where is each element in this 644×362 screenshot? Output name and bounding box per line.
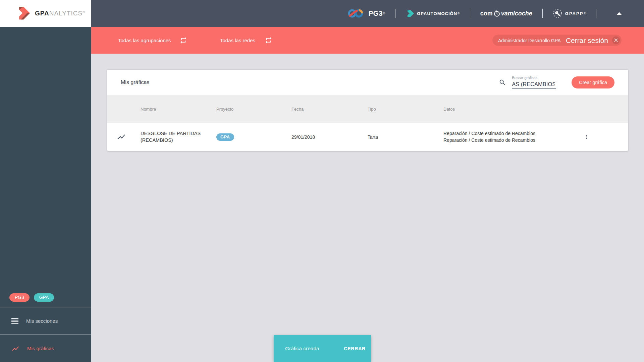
line-chart-icon (11, 345, 19, 353)
page-title: Mis gráficas (121, 79, 149, 85)
sidebar-badges: PG3 GPA (0, 288, 91, 307)
pg3-infinity-icon (348, 8, 365, 18)
pg3-reg: ® (383, 12, 385, 15)
topbar-divider (596, 9, 596, 18)
x-icon (614, 39, 618, 42)
header: GPANALYTICS® PG3® GPAUTOMOCIÓN® com (0, 0, 644, 27)
swap-redes-icon[interactable] (265, 37, 272, 44)
gpanalytics-arrow-icon (15, 6, 31, 20)
row-date: 29/01/2018 (291, 134, 368, 140)
collapse-caret-icon[interactable] (616, 12, 622, 15)
search-field: Buscar gráficas (512, 76, 556, 89)
gpautomocion-reg: ® (458, 12, 460, 15)
gpautomocion-label: GPAUTOMOCIÓN (417, 11, 457, 16)
pg3-logo[interactable]: PG3® (348, 8, 385, 18)
gpapp-reg: ® (584, 12, 586, 15)
user-session-pill: Administrador Desarrollo GPA Cerrar sesi… (492, 35, 622, 46)
card-header: Mis gráficas Buscar gráficas Crear gráfi… (107, 70, 628, 95)
logout-button[interactable]: Cerrar sesión (566, 36, 608, 44)
sidebar-item-mis-secciones[interactable]: Mis secciones (0, 307, 91, 335)
logout-icon[interactable] (612, 37, 620, 44)
topbar-divider (470, 9, 470, 18)
sidebar-bottom: PG3 GPA Mis secciones Mis gráficas (0, 288, 91, 362)
filter-bar: Todas las agrupaciones Todas las redes A… (91, 27, 644, 54)
row-project-badge: GPA (216, 133, 234, 141)
row-data-line: Reparación / Coste estimado de Recambios (443, 137, 573, 144)
gpautomocion-arrow-icon (406, 9, 414, 17)
table-header: Nombre Proyecto Fecha Tipo Datos (107, 95, 628, 123)
row-menu-button[interactable] (584, 134, 590, 140)
gpapp-label: GPAPP (565, 11, 584, 16)
sections-menu-icon (11, 318, 18, 324)
sidebar-item-mis-graficas[interactable]: Mis gráficas (0, 335, 91, 362)
gpanalytics-light: NALYTICS (49, 10, 83, 17)
pg3-badge[interactable]: PG3 (9, 293, 30, 302)
search-label: Buscar gráficas (512, 76, 556, 80)
gpanalytics-reg: ® (83, 10, 85, 14)
gpanalytics-bold: GPA (35, 10, 49, 17)
col-header-proyecto: Proyecto (216, 107, 291, 112)
col-header-nombre: Nombre (141, 107, 216, 112)
topbar-divider (395, 9, 395, 18)
col-header-tipo: Tipo (368, 107, 443, 112)
snackbar: Gráfica creada CERRAR (274, 335, 371, 362)
row-chart-type-icon (117, 132, 126, 141)
row-data: Reparación / Coste estimado de Recambios… (443, 130, 573, 143)
search-input[interactable] (512, 81, 556, 89)
clock-icon (493, 10, 500, 17)
sidebar-item-label: Mis gráficas (27, 346, 54, 351)
sidebar: PG3 GPA Mis secciones Mis gráficas (0, 27, 91, 362)
sidebar-item-label: Mis secciones (26, 318, 58, 324)
text-caret (556, 81, 556, 88)
top-bar: PG3® GPAUTOMOCIÓN® com vamicoche (91, 0, 644, 27)
gpanalytics-logo[interactable]: GPANALYTICS® (0, 0, 91, 27)
topbar-divider (542, 9, 543, 18)
filter-agrupaciones[interactable]: Todas las agrupaciones (118, 38, 171, 43)
col-header-datos: Datos (443, 107, 573, 112)
swap-agrupaciones-icon[interactable] (179, 37, 187, 44)
create-chart-button[interactable]: Crear gráfica (572, 76, 614, 88)
comprovamicoche-logo[interactable]: com vamicoche (480, 10, 532, 17)
row-type: Tarta (368, 134, 443, 140)
gpanalytics-logo-text: GPANALYTICS® (35, 10, 85, 17)
gpautomocion-logo[interactable]: GPAUTOMOCIÓN® (406, 9, 460, 17)
col-header-fecha: Fecha (291, 107, 368, 112)
comprova-part2: vamicoche (501, 10, 532, 17)
comprova-part1: com (480, 10, 493, 17)
search-icon[interactable] (499, 79, 506, 86)
user-name: Administrador Desarrollo GPA (498, 38, 560, 43)
gpapp-logo[interactable]: GPAPP® (553, 9, 586, 18)
snackbar-close-button[interactable]: CERRAR (344, 346, 366, 351)
pg3-label: PG3 (369, 9, 383, 17)
wrench-icon (553, 9, 562, 18)
snackbar-message: Gráfica creada (285, 346, 319, 352)
mis-graficas-card: Mis gráficas Buscar gráficas Crear gráfi… (107, 70, 628, 151)
filter-redes[interactable]: Todas las redes (220, 38, 255, 43)
table-row[interactable]: DESGLOSE DE PARTIDAS (RECAMBIOS) GPA 29/… (107, 123, 628, 151)
gpa-badge[interactable]: GPA (34, 293, 54, 302)
row-name: DESGLOSE DE PARTIDAS (RECAMBIOS) (141, 130, 208, 143)
row-data-line: Reparación / Coste estimado de Recambios (443, 130, 573, 137)
